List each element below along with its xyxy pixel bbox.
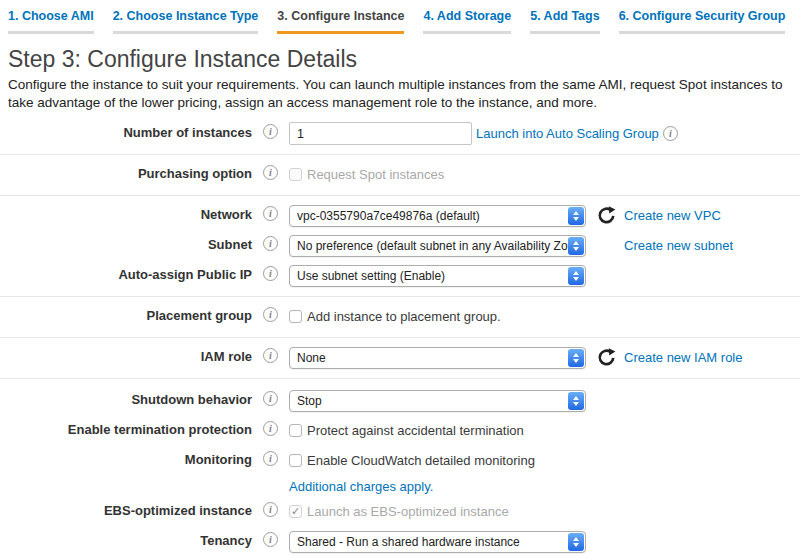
- selected-value: Stop: [297, 394, 322, 408]
- request-spot-instances-checkbox: [289, 168, 302, 181]
- row-number-of-instances: Number of instances i Launch into Auto S…: [0, 121, 800, 147]
- info-icon[interactable]: i: [263, 206, 278, 221]
- row-shutdown-behavior: Shutdown behavior i Stop: [0, 388, 800, 414]
- tab-configure-instance[interactable]: 3. Configure Instance: [277, 9, 404, 34]
- field-label: Subnet: [0, 233, 252, 252]
- checkbox-label: Enable CloudWatch detailed monitoring: [307, 453, 535, 468]
- field-label: Monitoring: [0, 448, 252, 467]
- number-of-instances-input[interactable]: [289, 122, 472, 145]
- info-icon[interactable]: i: [263, 532, 278, 547]
- selected-value: Use subnet setting (Enable): [297, 269, 445, 283]
- row-auto-assign-public-ip: Auto-assign Public IP i Use subnet setti…: [0, 263, 800, 289]
- check-mark-icon: ✓: [291, 506, 300, 517]
- subnet-select[interactable]: No preference (default subnet in any Ava…: [289, 235, 586, 257]
- page-description: Configure the instance to suit your requ…: [8, 76, 790, 112]
- tab-add-tags[interactable]: 5. Add Tags: [530, 9, 599, 34]
- info-icon[interactable]: i: [263, 348, 278, 363]
- additional-charges-apply-link[interactable]: Additional charges apply.: [289, 479, 433, 494]
- wizard-tabbar: 1. Choose AMI 2. Choose Instance Type 3.…: [0, 0, 800, 34]
- auto-assign-public-ip-select[interactable]: Use subnet setting (Enable): [289, 265, 586, 287]
- checkbox-label: Request Spot instances: [307, 167, 444, 182]
- configure-instance-form: Number of instances i Launch into Auto S…: [0, 121, 800, 558]
- ebs-optimized-checkbox: ✓: [289, 505, 302, 518]
- info-icon[interactable]: i: [263, 421, 278, 436]
- row-ebs-optimized-instance: EBS-optimized instance i ✓ Launch as EBS…: [0, 499, 800, 525]
- selected-value: No preference (default subnet in any Ava…: [297, 239, 568, 253]
- select-stepper-icon: [568, 533, 584, 551]
- info-icon[interactable]: i: [263, 502, 278, 517]
- divider: [0, 296, 800, 297]
- field-label: Auto-assign Public IP: [0, 263, 252, 282]
- row-purchasing-option: Purchasing option i Request Spot instanc…: [0, 162, 800, 188]
- select-stepper-icon: [568, 207, 584, 225]
- field-label: Number of instances: [0, 121, 252, 140]
- select-stepper-icon: [568, 392, 584, 410]
- placement-group-checkbox[interactable]: [289, 310, 302, 323]
- field-label: Shutdown behavior: [0, 388, 252, 407]
- selected-value: vpc-0355790a7ce49876a (default): [297, 209, 480, 223]
- iam-role-select[interactable]: None: [289, 347, 586, 369]
- field-label: Tenancy: [0, 529, 252, 548]
- refresh-icon[interactable]: [597, 348, 616, 367]
- tab-choose-instance-type[interactable]: 2. Choose Instance Type: [113, 9, 259, 34]
- info-icon[interactable]: i: [263, 124, 278, 139]
- info-icon[interactable]: i: [263, 266, 278, 281]
- field-label: IAM role: [0, 345, 252, 364]
- row-tenancy: Tenancy i Shared - Run a shared hardware…: [0, 529, 800, 558]
- row-subnet: Subnet i No preference (default subnet i…: [0, 233, 800, 259]
- select-stepper-icon: [568, 237, 584, 255]
- tab-add-storage[interactable]: 4. Add Storage: [423, 9, 511, 34]
- row-enable-termination-protection: Enable termination protection i Protect …: [0, 418, 800, 444]
- info-icon[interactable]: i: [263, 236, 278, 251]
- field-label: EBS-optimized instance: [0, 499, 252, 518]
- create-new-vpc-link[interactable]: Create new VPC: [624, 208, 721, 223]
- field-label: Enable termination protection: [0, 418, 252, 437]
- row-placement-group: Placement group i Add instance to placem…: [0, 304, 800, 330]
- tab-configure-security-group[interactable]: 6. Configure Security Group: [619, 9, 786, 34]
- row-network: Network i vpc-0355790a7ce49876a (default…: [0, 203, 800, 229]
- info-icon[interactable]: i: [263, 451, 278, 466]
- field-label: Network: [0, 203, 252, 222]
- field-label: Purchasing option: [0, 162, 252, 181]
- create-new-subnet-link[interactable]: Create new subnet: [624, 238, 733, 253]
- network-select[interactable]: vpc-0355790a7ce49876a (default): [289, 205, 586, 227]
- divider: [0, 195, 800, 196]
- page-title: Step 3: Configure Instance Details: [8, 46, 792, 73]
- info-icon[interactable]: i: [263, 307, 278, 322]
- cloudwatch-monitoring-checkbox[interactable]: [289, 454, 302, 467]
- tenancy-select[interactable]: Shared - Run a shared hardware instance: [289, 531, 586, 553]
- info-icon[interactable]: i: [663, 126, 678, 141]
- divider: [0, 378, 800, 379]
- info-icon[interactable]: i: [263, 165, 278, 180]
- checkbox-label: Launch as EBS-optimized instance: [307, 504, 509, 519]
- tab-choose-ami[interactable]: 1. Choose AMI: [8, 9, 94, 34]
- create-new-iam-role-link[interactable]: Create new IAM role: [624, 350, 743, 365]
- termination-protection-checkbox[interactable]: [289, 424, 302, 437]
- divider: [0, 337, 800, 338]
- selected-value: None: [297, 351, 326, 365]
- shutdown-behavior-select[interactable]: Stop: [289, 390, 586, 412]
- field-label: Placement group: [0, 304, 252, 323]
- select-stepper-icon: [568, 349, 584, 367]
- launch-into-auto-scaling-group-link[interactable]: Launch into Auto Scaling Group: [476, 126, 659, 141]
- checkbox-label: Add instance to placement group.: [307, 309, 501, 324]
- selected-value: Shared - Run a shared hardware instance: [297, 535, 520, 549]
- select-stepper-icon: [568, 267, 584, 285]
- refresh-icon[interactable]: [597, 206, 616, 225]
- row-iam-role: IAM role i None Create new IAM role: [0, 345, 800, 371]
- info-icon[interactable]: i: [263, 391, 278, 406]
- divider: [0, 154, 800, 155]
- checkbox-label: Protect against accidental termination: [307, 423, 524, 438]
- row-monitoring: Monitoring i Enable CloudWatch detailed …: [0, 448, 800, 495]
